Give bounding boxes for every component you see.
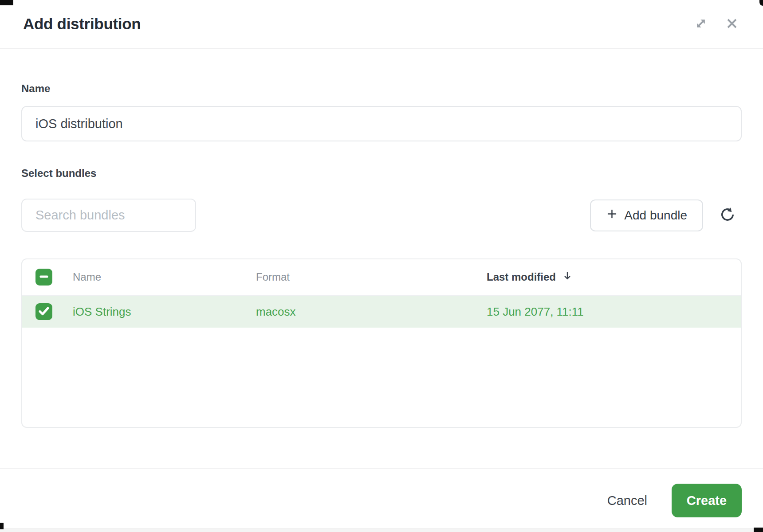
- window-controls: [692, 15, 741, 33]
- cancel-button[interactable]: Cancel: [603, 484, 652, 517]
- refresh-bundles-button[interactable]: [718, 206, 737, 225]
- bundles-toolbar: Add bundle: [21, 199, 742, 232]
- header-checkbox-cell: [22, 269, 73, 286]
- column-header-format[interactable]: Format: [256, 271, 487, 283]
- name-field-label: Name: [21, 82, 742, 95]
- bundle-last-modified: 15 Jun 2077, 11:11: [487, 305, 741, 319]
- backdrop-corner-top-left: [0, 0, 13, 5]
- column-header-last-modified[interactable]: Last modified: [487, 270, 741, 284]
- bundle-row[interactable]: iOS Strings macosx 15 Jun 2077, 11:11: [22, 296, 741, 328]
- table-header-row: Name Format Last modified: [22, 259, 741, 296]
- add-bundle-button[interactable]: Add bundle: [590, 200, 703, 231]
- expand-icon: [692, 15, 709, 33]
- backdrop-bottom-strip: [0, 528, 763, 532]
- bundle-row-checkbox[interactable]: [35, 303, 52, 320]
- sort-descending-icon: [562, 270, 573, 284]
- close-icon: [724, 16, 740, 33]
- checkbox-checked-icon: [35, 303, 52, 321]
- plus-icon: [606, 208, 618, 223]
- add-bundle-button-label: Add bundle: [624, 208, 687, 223]
- select-bundles-label: Select bundles: [21, 167, 742, 180]
- bundle-format: macosx: [256, 305, 487, 319]
- close-dialog-button[interactable]: [723, 15, 741, 33]
- distribution-name-input[interactable]: [21, 106, 742, 141]
- create-button[interactable]: Create: [672, 484, 742, 517]
- checkbox-indeterminate-icon: [35, 268, 52, 286]
- dialog-body: Name Select bundles Add bundle: [0, 49, 763, 468]
- backdrop-corner-bottom-left: [0, 523, 4, 529]
- dialog-footer: Cancel Create: [0, 468, 763, 532]
- dialog-title: Add distribution: [23, 15, 692, 33]
- row-checkbox-cell: [22, 303, 73, 320]
- select-all-checkbox[interactable]: [35, 269, 52, 286]
- backdrop-corner-bottom-right: [754, 528, 763, 532]
- column-header-last-modified-label: Last modified: [487, 271, 556, 283]
- expand-dialog-button[interactable]: [692, 15, 710, 33]
- bundle-name: iOS Strings: [73, 305, 256, 319]
- bundles-table: Name Format Last modified: [21, 258, 742, 428]
- dialog-header: Add distribution: [0, 0, 763, 49]
- add-distribution-dialog: Add distribution: [0, 0, 763, 532]
- refresh-icon: [719, 206, 736, 225]
- column-header-name[interactable]: Name: [73, 271, 256, 283]
- search-bundles-input[interactable]: [21, 199, 196, 232]
